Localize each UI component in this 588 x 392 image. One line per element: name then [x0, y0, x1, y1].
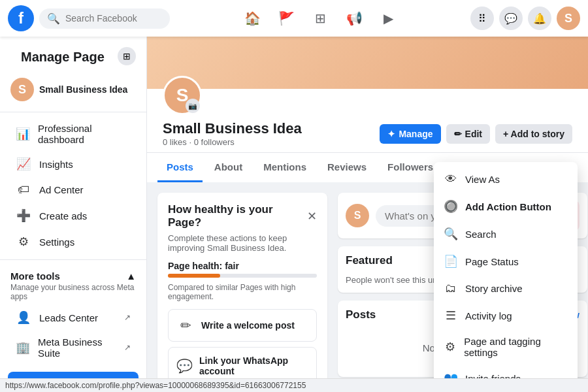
- story-archive-icon: 🗂: [443, 282, 459, 295]
- manage-button[interactable]: ✦ Manage: [380, 124, 440, 144]
- tab-mentions[interactable]: Mentions: [254, 154, 316, 182]
- dropdown-menu: 👁 View As 🔘 Add Action Button 🔍 Search 📄…: [434, 162, 578, 392]
- sidebar-item-meta-business[interactable]: 🏢 Meta Business Suite ↗: [5, 331, 141, 364]
- flag-icon-btn[interactable]: 🚩: [270, 3, 302, 34]
- search-input[interactable]: [65, 13, 162, 24]
- divider-1: [0, 112, 146, 112]
- add-story-button[interactable]: + Add to story: [495, 124, 572, 144]
- status-bar: https://www.facebook.com/profile.php?vie…: [0, 378, 588, 392]
- action-item-write-post[interactable]: ✏ Write a welcome post: [168, 309, 317, 342]
- left-column: How healthy is your Page? ✕ Complete the…: [157, 193, 327, 392]
- more-tools-subtitle: Manage your business across Meta apps: [0, 283, 146, 304]
- sidebar-item-create-ads[interactable]: ➕ Create ads: [5, 203, 141, 228]
- page-action-buttons: ✦ Manage ✏ Edit + Add to story: [380, 124, 572, 144]
- dropdown-item-add-action[interactable]: 🔘 Add Action Button: [434, 193, 578, 220]
- edit-button[interactable]: ✏ Edit: [446, 124, 490, 144]
- sidebar-label-professional: Professional dashboard: [38, 123, 131, 145]
- sidebar-label-ad-center: Ad Center: [39, 184, 84, 195]
- home-icon-btn[interactable]: 🏠: [237, 3, 268, 34]
- sidebar-label-settings: Settings: [39, 237, 74, 248]
- story-archive-label: Story archive: [465, 283, 523, 294]
- health-bar-background: [168, 274, 317, 278]
- dropdown-item-activity-log[interactable]: ☰ Activity log: [434, 302, 578, 329]
- page-profile-picture: S 📷: [163, 76, 202, 115]
- health-bar-fill: [168, 274, 220, 278]
- status-url: https://www.facebook.com/profile.php?vie…: [5, 381, 306, 390]
- search-box[interactable]: 🔍: [39, 8, 170, 29]
- page-header: S 📷 Small Business Idea 0 likes · 0 foll…: [147, 37, 588, 182]
- top-navigation: f 🔍 🏠 🚩 ⊞ 📢 ▶ ⠿ 💬 🔔 S: [0, 0, 588, 37]
- user-avatar[interactable]: S: [557, 7, 580, 30]
- sidebar-label-meta: Meta Business Suite: [38, 336, 116, 359]
- page-title: Small Business Idea: [163, 120, 302, 137]
- apps-icon-btn[interactable]: ⠿: [470, 7, 494, 30]
- sidebar-label-leads: Leads Center: [39, 312, 98, 323]
- page-status-icon: 📄: [443, 254, 459, 269]
- dropdown-item-page-tagging[interactable]: ⚙ Page and tagging settings: [434, 329, 578, 365]
- page-stats: 0 likes · 0 followers: [163, 137, 302, 147]
- tab-about[interactable]: About: [205, 154, 252, 182]
- sidebar-item-leads-center[interactable]: 👤 Leads Center ↗: [5, 305, 141, 330]
- add-action-label: Add Action Button: [465, 201, 551, 212]
- sidebar-title: Manage Page: [10, 44, 115, 67]
- sidebar-label-insights: Insights: [39, 159, 73, 170]
- settings-icon: ⚙: [16, 235, 31, 249]
- dropdown-item-page-status[interactable]: 📄 Page Status: [434, 248, 578, 275]
- sidebar-manage-icon[interactable]: ⊞: [118, 47, 136, 65]
- sidebar-item-professional-dashboard[interactable]: 📊 Professional dashboard: [5, 118, 141, 150]
- sidebar-item-settings[interactable]: ⚙ Settings: [5, 229, 141, 254]
- activity-log-icon: ☰: [443, 308, 459, 323]
- sidebar-item-ad-center[interactable]: 🏷 Ad Center: [5, 178, 141, 202]
- featured-title: Featured: [346, 254, 393, 267]
- ad-center-icon: 🏷: [16, 183, 31, 197]
- mind-avatar: S: [346, 204, 369, 227]
- dashboard-icon: 📊: [16, 127, 30, 141]
- page-avatar-sidebar: S: [10, 78, 34, 101]
- create-ads-icon: ➕: [16, 208, 31, 223]
- sidebar-label-create-ads: Create ads: [39, 210, 87, 221]
- health-label: Page health: fair: [168, 261, 317, 271]
- health-card-close[interactable]: ✕: [307, 209, 317, 223]
- whatsapp-icon: 💬: [176, 358, 193, 374]
- leads-icon: 👤: [16, 310, 31, 325]
- nav-right: ⠿ 💬 🔔 S: [470, 7, 580, 30]
- view-as-label: View As: [465, 174, 500, 185]
- health-desc: Complete these actions to keep improving…: [168, 233, 317, 253]
- page-info-actions: Small Business Idea 0 likes · 0 follower…: [147, 120, 588, 152]
- megaphone-icon-btn[interactable]: 📢: [338, 3, 370, 34]
- profile-pic-area: S 📷: [147, 76, 588, 115]
- dropdown-item-search[interactable]: 🔍 Search: [434, 220, 578, 248]
- write-post-label: Write a welcome post: [201, 320, 295, 331]
- sidebar: Manage Page ⊞ S Small Business Idea 📊 Pr…: [0, 37, 147, 392]
- sidebar-header-row: Manage Page ⊞: [0, 44, 146, 73]
- grid-icon-btn[interactable]: ⊞: [304, 3, 336, 34]
- tab-followers[interactable]: Followers: [378, 154, 442, 182]
- sidebar-item-insights[interactable]: 📈 Insights: [5, 152, 141, 176]
- facebook-logo: f: [8, 5, 34, 31]
- search-dropdown-label: Search: [465, 229, 497, 240]
- dropdown-item-view-as[interactable]: 👁 View As: [434, 166, 578, 193]
- play-icon-btn[interactable]: ▶: [372, 3, 404, 34]
- tab-posts[interactable]: Posts: [157, 154, 203, 182]
- page-identity[interactable]: S Small Business Idea: [0, 73, 146, 106]
- activity-log-label: Activity log: [465, 310, 512, 321]
- health-title: How healthy is your Page?: [168, 203, 307, 229]
- page-tagging-icon: ⚙: [443, 340, 457, 354]
- add-action-icon: 🔘: [443, 199, 459, 214]
- notifications-icon-btn[interactable]: 🔔: [528, 7, 551, 30]
- more-tools-header: More tools ▲: [0, 265, 146, 283]
- health-card: How healthy is your Page? ✕ Complete the…: [157, 193, 327, 392]
- tab-reviews[interactable]: Reviews: [318, 154, 376, 182]
- page-tagging-label: Page and tagging settings: [464, 336, 568, 358]
- arrow-icon-leads: ↗: [124, 313, 131, 322]
- page-status-label: Page Status: [465, 256, 519, 267]
- insights-icon: 📈: [16, 157, 31, 171]
- whatsapp-label: Link your WhatsApp account: [199, 355, 308, 376]
- messenger-icon-btn[interactable]: 💬: [499, 7, 523, 30]
- divider-2: [0, 259, 146, 260]
- write-post-icon: ✏: [176, 318, 195, 333]
- sidebar-page-name: Small Business Idea: [39, 84, 127, 95]
- page-title-area: Small Business Idea 0 likes · 0 follower…: [163, 120, 302, 147]
- dropdown-item-story-archive[interactable]: 🗂 Story archive: [434, 275, 578, 302]
- camera-button[interactable]: 📷: [186, 99, 200, 113]
